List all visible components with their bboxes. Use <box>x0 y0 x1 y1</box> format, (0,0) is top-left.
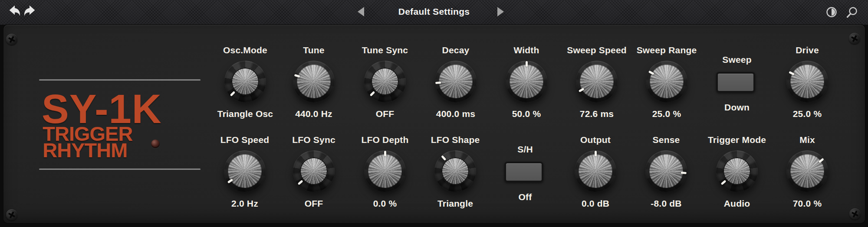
preset-name[interactable]: Default Settings <box>369 6 499 18</box>
knob[interactable] <box>786 150 828 192</box>
zoom-button[interactable] <box>845 6 858 19</box>
knob-pointer-icon <box>435 81 441 84</box>
knob-pointer-icon <box>370 91 375 97</box>
control-drive: Drive 25.0 % <box>773 45 842 120</box>
brand-divider-top <box>39 79 201 81</box>
control-s-h: S/H Off <box>490 135 560 209</box>
control-osc-mode: Osc.Mode Triangle Osc <box>210 45 280 120</box>
knob-pointer-icon <box>595 151 597 156</box>
control-tune: Tune 440.0 Hz <box>279 45 349 120</box>
magnifier-icon <box>845 6 858 19</box>
knob[interactable] <box>576 61 618 102</box>
triangle-left-icon <box>358 7 364 16</box>
control-sweep-speed: Sweep Speed 72.6 ms <box>562 45 631 120</box>
toggle-button[interactable] <box>504 162 543 182</box>
knob-pointer-icon <box>227 178 233 184</box>
triangle-right-icon <box>497 7 504 16</box>
control-sweep: Sweep Down <box>702 45 772 120</box>
control-label: Mix <box>764 135 851 145</box>
knob-pointer-icon <box>294 74 300 78</box>
knob[interactable] <box>435 61 477 102</box>
control-lfo-speed: LFO Speed 2.0 Hz <box>210 135 279 209</box>
knob[interactable] <box>786 61 828 102</box>
control-output: Output 0.0 dB <box>561 135 630 209</box>
knob[interactable] <box>293 61 335 102</box>
knob[interactable] <box>645 150 687 192</box>
undo-button[interactable] <box>7 4 22 19</box>
screw-icon <box>6 209 17 221</box>
knob-pointer-icon <box>681 171 687 174</box>
preset-next-button[interactable] <box>497 6 507 17</box>
undo-icon <box>7 4 22 19</box>
device-panel: SY-1K TRIGGER RHYTHM Osc.Mode Triangle O… <box>3 25 865 223</box>
preset-prev-button[interactable] <box>358 6 367 17</box>
control-label: S/H <box>482 144 569 155</box>
control-value: 70.0 % <box>764 198 851 209</box>
redo-icon <box>23 4 37 19</box>
brand-divider-bottom <box>39 169 201 170</box>
knob-pointer-icon <box>721 180 727 185</box>
knob-pointer-icon <box>526 61 528 67</box>
control-label: Drive <box>764 45 851 55</box>
knob[interactable] <box>434 150 476 192</box>
knob-pointer-icon <box>441 155 446 161</box>
control-label: Sweep <box>694 55 780 65</box>
control-lfo-depth: LFO Depth 0.0 % <box>350 135 420 209</box>
knob[interactable] <box>364 61 406 102</box>
control-width: Width 50.0 % <box>492 45 561 120</box>
screw-icon <box>849 33 860 44</box>
knob-pointer-icon <box>298 180 303 185</box>
knob[interactable] <box>224 61 266 102</box>
knob[interactable] <box>646 61 687 102</box>
knob-pointer-icon <box>230 91 236 97</box>
control-sense: Sense -8.0 dB <box>631 135 701 209</box>
redo-button[interactable] <box>23 4 37 19</box>
toggle-button[interactable] <box>716 72 755 93</box>
knob[interactable] <box>224 150 266 192</box>
control-lfo-shape: LFO Shape Triangle <box>421 135 490 209</box>
knob-pointer-icon <box>789 71 795 75</box>
knob[interactable] <box>716 150 758 192</box>
control-lfo-sync: LFO Sync OFF <box>279 135 349 209</box>
screw-icon <box>849 208 861 220</box>
control-tune-sync: Tune Sync OFF <box>350 45 420 120</box>
knob-pointer-icon <box>579 88 585 93</box>
knob[interactable] <box>293 150 335 192</box>
knob-pointer-icon <box>818 158 824 163</box>
knob[interactable] <box>364 150 406 192</box>
control-value: 25.0 % <box>764 109 851 119</box>
brand-subtitle-line2: RHYTHM <box>43 140 127 160</box>
control-mix: Mix 70.0 % <box>773 135 842 209</box>
knob[interactable] <box>575 150 616 192</box>
contrast-icon <box>825 6 838 18</box>
contrast-button[interactable] <box>825 6 838 18</box>
control-label: Sweep Range <box>623 45 710 55</box>
knob-pointer-icon <box>384 151 386 156</box>
control-sweep-range: Sweep Range 25.0 % <box>632 45 701 120</box>
control-trigger-mode: Trigger Mode Audio <box>702 135 772 209</box>
control-decay: Decay 400.0 ms <box>421 45 490 120</box>
knob-pointer-icon <box>648 71 654 75</box>
screw-icon <box>6 34 17 45</box>
status-led <box>151 139 160 148</box>
knob[interactable] <box>506 61 547 102</box>
title-bar: Default Settings <box>0 0 868 25</box>
